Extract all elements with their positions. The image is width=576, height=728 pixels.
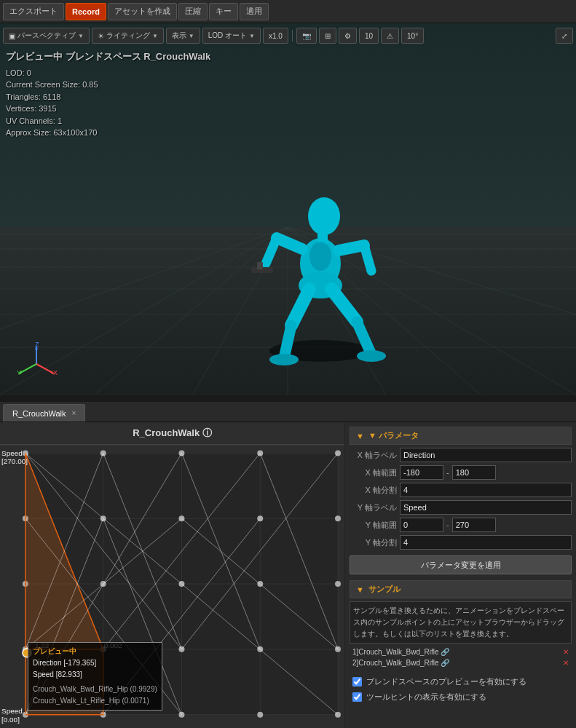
compress-button[interactable]: 圧縮 (178, 3, 208, 20)
x-range-row: X 軸範囲 - (350, 465, 572, 480)
tooltip-checkbox[interactable] (352, 692, 362, 702)
export-button[interactable]: エクスポート (3, 3, 64, 20)
top-toolbar: エクスポート Record アセットを作成 圧縮 キー 適用 (0, 0, 576, 23)
vertices-info: Vertices: 3915 (6, 103, 210, 115)
checkboxes-section: ブレンドスペースのプレビューを有効にする ツールヒントの表示を有効にする (350, 674, 572, 705)
y-axis-label-input[interactable] (400, 500, 572, 515)
svg-point-66 (335, 515, 341, 521)
parameters-section: ▼ ▼ パラメータ X 軸ラベル X 軸範囲 - X 軸分割 (350, 427, 572, 574)
preview-checkbox[interactable] (352, 677, 362, 687)
tab-close-button[interactable]: × (72, 409, 76, 417)
parameters-section-header: ▼ ▼ パラメータ (350, 427, 572, 445)
x-range-separator: - (446, 468, 449, 477)
samples-description: サンプルを置き換えるために、アニメーションをブレンドスペース内のサンプルポイント… (350, 601, 572, 644)
sample-2-delete-icon[interactable]: ✕ (563, 659, 569, 667)
scale-button[interactable]: x1.0 (263, 28, 288, 44)
screen-size-info: Current Screen Size: 0.85 (6, 79, 210, 91)
tooltip-checkbox-label: ツールヒントの表示を有効にする (366, 692, 486, 703)
preview-checkbox-label: ブレンドスペースのプレビューを有効にする (366, 676, 526, 687)
axis-gizmo: Z X Y (15, 342, 58, 386)
viewport-info: プレビュー中 ブレンドスペース R_CrouchWalk LOD: 0 Curr… (6, 50, 210, 139)
svg-text:[270.00]: [270.00] (1, 457, 28, 465)
svg-point-35 (309, 242, 331, 271)
lod-button[interactable]: LOD オート ▼ (202, 28, 261, 44)
sample-1-label: 1]Crouch_Walk_Bwd_Rifle (352, 648, 439, 656)
grid-icon-btn[interactable]: ⊞ (319, 28, 336, 44)
tab-label: R_CrouchWalk (12, 409, 66, 418)
svg-text:X: X (53, 369, 58, 376)
sample-item-1: 1]Crouch_Walk_Bwd_Rifle 🔗 ✕ (350, 646, 572, 657)
sample-2-label: 2]Crouch_Walk_Bwd_Rifle (352, 659, 439, 667)
apply-params-button[interactable]: パラメータ変更を適用 (350, 555, 572, 574)
y-range-label-text: Y 軸範囲 (350, 520, 397, 531)
svg-marker-83 (25, 649, 103, 715)
perspective-icon: ▣ (9, 32, 15, 40)
uv-channels-info: UV Channels: 1 (6, 115, 210, 127)
show-button[interactable]: 表示 ▼ (166, 28, 200, 44)
blend-space-graph[interactable]: 1.22 0.002 Speed [270.00] Speed [0.00] D… (0, 445, 344, 728)
x-axis-label-text: X 軸ラベル (350, 450, 397, 461)
y-range-separator: - (446, 521, 449, 529)
triangles-info: Triangles: 6118 (6, 91, 210, 103)
x-division-input[interactable] (400, 483, 572, 497)
svg-text:0.002: 0.002 (104, 641, 122, 649)
x-range-max-input[interactable] (452, 465, 496, 480)
y-range-max-input[interactable] (452, 518, 496, 532)
expand-button[interactable]: ⤢ (556, 28, 573, 44)
settings-icon-btn[interactable]: ⚙ (339, 28, 357, 44)
x-range-min-input[interactable] (400, 465, 443, 480)
camera-icon-btn[interactable]: 📷 (296, 28, 317, 44)
samples-section: ▼ サンプル サンプルを置き換えるために、アニメーションをブレンドスペース内のサ… (350, 580, 572, 668)
y-range-min-input[interactable] (400, 518, 443, 532)
viewport-toolbar: ▣ パースペクティブ ▼ ☀ ライティング ▼ 表示 ▼ LOD オート ▼ x… (3, 26, 573, 45)
content-area: R_CrouchWalk ⓘ (0, 422, 576, 728)
chevron-down-icon: ▼ (249, 33, 255, 39)
svg-point-20 (308, 197, 340, 235)
num1-button[interactable]: 10 (359, 28, 379, 44)
svg-point-34 (357, 350, 386, 362)
key-button[interactable]: キー (209, 3, 238, 20)
create-asset-button[interactable]: アセットを作成 (108, 3, 177, 20)
record-button[interactable]: Record (66, 3, 106, 20)
warning-icon-btn[interactable]: ⚠ (381, 28, 399, 44)
sample-2-link-icon: 🔗 (441, 659, 449, 667)
chevron-down-icon: ▼ (78, 33, 84, 39)
right-panel: ▼ ▼ パラメータ X 軸ラベル X 軸範囲 - X 軸分割 (345, 422, 576, 728)
chevron-down-icon: ▼ (189, 33, 194, 39)
x-axis-label-row: X 軸ラベル (350, 448, 572, 462)
viewport[interactable]: ▣ パースペクティブ ▼ ☀ ライティング ▼ 表示 ▼ LOD オート ▼ x… (0, 23, 576, 395)
triangle-icon: ▼ (356, 432, 364, 440)
svg-point-99 (23, 649, 31, 657)
svg-point-80 (257, 712, 263, 718)
y-range-row: Y 軸範囲 - (350, 518, 572, 532)
svg-text:Speed: Speed (1, 707, 23, 715)
num2-button[interactable]: 10° (401, 28, 424, 44)
svg-point-31 (269, 354, 299, 365)
apply-button[interactable]: 適用 (240, 3, 269, 20)
sun-icon: ☀ (98, 32, 104, 40)
sample-1-delete-icon[interactable]: ✕ (563, 648, 569, 656)
svg-line-30 (284, 325, 291, 358)
viewport-title: プレビュー中 ブレンドスペース R_CrouchWalk (6, 50, 210, 64)
svg-line-40 (20, 364, 36, 373)
viewport-container: ▣ パースペクティブ ▼ ☀ ライティング ▼ 表示 ▼ LOD オート ▼ x… (0, 23, 576, 402)
y-division-input[interactable] (400, 535, 572, 550)
svg-rect-1 (0, 227, 576, 395)
graph-area[interactable]: R_CrouchWalk ⓘ (0, 422, 345, 728)
approx-size-info: Approx Size: 63x100x170 (6, 127, 210, 139)
svg-point-74 (178, 646, 184, 652)
perspective-button[interactable]: ▣ パースペクティブ ▼ (3, 28, 90, 44)
svg-text:1.22: 1.22 (35, 641, 50, 649)
triangle-icon-2: ▼ (356, 585, 364, 594)
blend-space-tab[interactable]: R_CrouchWalk × (3, 404, 85, 422)
toolbar-separator (292, 30, 293, 41)
svg-point-71 (335, 581, 341, 587)
svg-text:Z: Z (35, 342, 39, 348)
svg-rect-27 (257, 262, 263, 269)
svg-point-65 (257, 515, 263, 521)
x-axis-label-input[interactable] (400, 448, 572, 462)
svg-line-38 (36, 364, 52, 373)
svg-text:Speed: Speed (1, 449, 23, 457)
lighting-button[interactable]: ☀ ライティング ▼ (92, 28, 164, 44)
graph-canvas-wrapper[interactable]: 1.22 0.002 Speed [270.00] Speed [0.00] D… (0, 445, 344, 728)
